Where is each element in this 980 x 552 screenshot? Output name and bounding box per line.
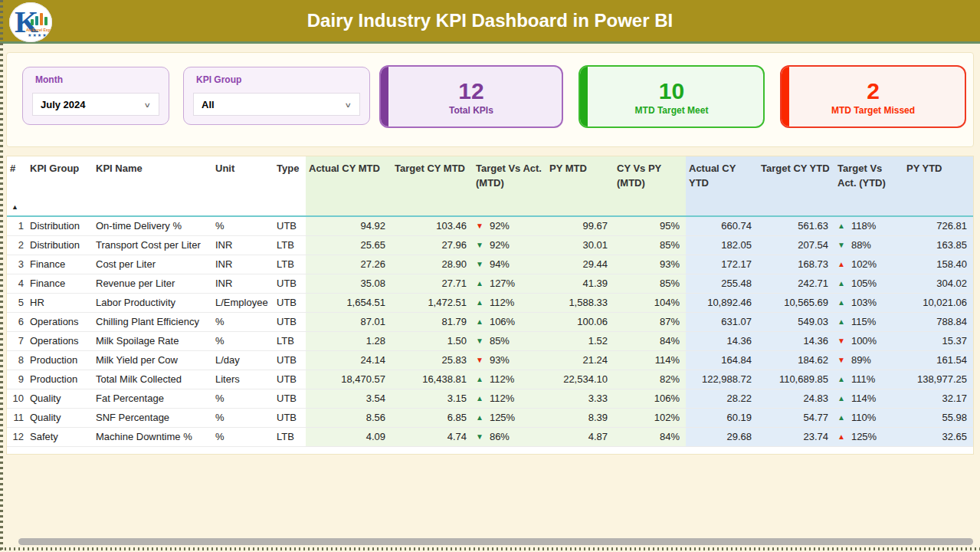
indicator-value: 94% bbox=[490, 258, 510, 270]
cell-unit: % bbox=[212, 331, 274, 350]
cell-py-ytd: 788.84 bbox=[903, 312, 973, 331]
cell-type: UTB bbox=[274, 312, 306, 331]
indicator-value: 105% bbox=[851, 278, 877, 289]
col-header-kpi-name[interactable]: KPI Name bbox=[93, 156, 212, 216]
cell-kpi-group: Distribution bbox=[27, 216, 93, 235]
col-header-py-ytd[interactable]: PY YTD bbox=[903, 156, 973, 216]
col-header-target-cy-mtd[interactable]: Target CY MTD bbox=[392, 156, 473, 216]
cell-cy-vs-py-mtd: 85% bbox=[614, 274, 686, 293]
triangle-up-icon: ▲ bbox=[476, 318, 483, 326]
cell-target-cy-ytd: 549.03 bbox=[758, 312, 834, 331]
cell-py-mtd: 1.52 bbox=[546, 331, 614, 350]
cell-unit: INR bbox=[212, 235, 274, 255]
cell-kpi-name: SNF Percentage bbox=[93, 408, 212, 427]
table-row[interactable]: 8ProductionMilk Yield per CowL/dayUTB24.… bbox=[7, 350, 973, 370]
cell-actual-cy-mtd: 8.56 bbox=[306, 408, 392, 427]
cell-unit: L/day bbox=[212, 350, 274, 370]
table-row[interactable]: 1DistributionOn-time Delivery %%UTB94.92… bbox=[7, 216, 973, 235]
table-row[interactable]: 7OperationsMilk Spoilage Rate%LTB1.281.5… bbox=[7, 331, 973, 350]
cell-target-vs-act-ytd: ▲111% bbox=[834, 370, 903, 389]
indicator-value: 88% bbox=[851, 239, 871, 251]
cell-target-cy-mtd: 3.15 bbox=[392, 389, 473, 408]
col-header-actual-cy-mtd[interactable]: Actual CY MTD bbox=[306, 156, 392, 216]
col-header-target-cy-ytd[interactable]: Target CY YTD bbox=[758, 156, 834, 216]
cell-kpi-group: Safety bbox=[27, 427, 93, 446]
col-header-type[interactable]: Type bbox=[274, 156, 306, 216]
indicator-value: 93% bbox=[490, 354, 510, 366]
chevron-down-icon: ∨ bbox=[143, 100, 151, 109]
col-header-actual-cy-ytd[interactable]: Actual CY YTD bbox=[686, 156, 758, 216]
cell-target-cy-ytd: 207.54 bbox=[758, 235, 834, 255]
cell-unit: % bbox=[212, 408, 274, 427]
table-row[interactable]: 10QualityFat Percentage%UTB3.543.15▲112%… bbox=[7, 389, 973, 408]
col-header-py-mtd[interactable]: PY MTD bbox=[546, 156, 614, 216]
cell-py-mtd: 8.39 bbox=[546, 408, 614, 427]
cell-kpi-group: Production bbox=[27, 350, 93, 370]
cell-target-vs-act-mtd: ▲127% bbox=[473, 274, 546, 293]
table-row[interactable]: 9ProductionTotal Milk CollectedLitersUTB… bbox=[7, 370, 973, 389]
table-row[interactable]: 5HRLabor ProductivityL/EmployeeUTB1,654.… bbox=[7, 293, 973, 312]
month-slicer-label: Month bbox=[35, 74, 169, 85]
cell-py-ytd: 32.65 bbox=[903, 427, 973, 446]
cell-type: LTB bbox=[274, 427, 306, 446]
cell-target-cy-mtd: 1.50 bbox=[392, 331, 473, 350]
cell-num: 2 bbox=[7, 235, 27, 255]
cell-target-vs-act-ytd: ▲105% bbox=[834, 274, 903, 293]
table-row[interactable]: 2DistributionTransport Cost per LiterINR… bbox=[7, 235, 973, 255]
cell-actual-cy-ytd: 164.84 bbox=[686, 350, 758, 370]
table-row[interactable]: 3FinanceCost per LiterINRLTB27.2628.90▼9… bbox=[7, 255, 973, 274]
cell-cy-vs-py-mtd: 102% bbox=[614, 408, 686, 427]
cell-target-vs-act-ytd: ▲118% bbox=[834, 216, 903, 235]
col-header-target-vs-act-mtd[interactable]: Target Vs Act. (MTD) bbox=[473, 156, 546, 216]
cell-target-cy-ytd: 14.36 bbox=[758, 331, 834, 350]
cell-cy-vs-py-mtd: 84% bbox=[614, 427, 686, 446]
cell-type: UTB bbox=[274, 274, 306, 293]
cell-kpi-group: Operations bbox=[27, 312, 93, 331]
cell-target-cy-ytd: 184.62 bbox=[758, 350, 834, 370]
cell-py-mtd: 3.33 bbox=[546, 389, 614, 408]
mtd-target-meet-value: 10 bbox=[659, 78, 684, 104]
cell-kpi-name: Fat Percentage bbox=[93, 389, 212, 408]
total-kpis-card: 12 Total KPIs bbox=[379, 65, 563, 128]
cell-actual-cy-ytd: 172.17 bbox=[686, 255, 758, 274]
horizontal-scrollbar[interactable] bbox=[18, 538, 973, 545]
cell-cy-vs-py-mtd: 106% bbox=[614, 389, 686, 408]
cell-cy-vs-py-mtd: 93% bbox=[614, 255, 686, 274]
col-header-target-vs-act-ytd[interactable]: Target Vs Act. (YTD) bbox=[834, 156, 903, 216]
triangle-down-icon: ▼ bbox=[476, 242, 483, 249]
col-header-unit[interactable]: Unit bbox=[212, 156, 274, 216]
cell-kpi-name: Chilling Plant Efficiency bbox=[93, 312, 212, 331]
col-header-kpi-group[interactable]: KPI Group bbox=[27, 156, 93, 216]
cell-target-cy-mtd: 27.96 bbox=[392, 235, 473, 255]
cell-py-ytd: 161.54 bbox=[903, 350, 973, 370]
cell-type: LTB bbox=[274, 235, 306, 255]
table-row[interactable]: 4FinanceRevenue per LiterINRUTB35.0827.7… bbox=[7, 274, 973, 293]
mtd-target-meet-card: 10 MTD Target Meet bbox=[578, 65, 765, 128]
indicator-value: 112% bbox=[490, 297, 514, 308]
month-dropdown[interactable]: July 2024 ∨ bbox=[32, 93, 159, 116]
cell-py-ytd: 32.17 bbox=[903, 389, 973, 408]
indicator-value: 112% bbox=[490, 393, 514, 404]
kpi-table: #▲ KPI Group KPI Name Unit Type Actual C… bbox=[6, 156, 974, 455]
col-header-cy-vs-py-mtd[interactable]: CY Vs PY (MTD) bbox=[614, 156, 686, 216]
kpi-group-dropdown[interactable]: All ∨ bbox=[193, 93, 360, 116]
triangle-up-icon: ▲ bbox=[476, 376, 483, 383]
cell-py-ytd: 304.02 bbox=[903, 274, 973, 293]
triangle-up-icon: ▲ bbox=[476, 414, 483, 422]
logo-stars: ★★★★★ bbox=[28, 32, 52, 38]
cell-target-vs-act-mtd: ▼93% bbox=[473, 350, 546, 370]
table-row[interactable]: 6OperationsChilling Plant Efficiency%UTB… bbox=[7, 312, 973, 331]
col-header-num[interactable]: #▲ bbox=[7, 156, 27, 216]
table-row[interactable]: 11QualitySNF Percentage%UTB8.566.85▲125%… bbox=[7, 408, 973, 427]
table-row[interactable]: 12SafetyMachine Downtime %%LTB4.094.74▼8… bbox=[7, 427, 973, 446]
cell-target-cy-mtd: 4.74 bbox=[392, 427, 473, 446]
cell-py-ytd: 10,021.06 bbox=[903, 293, 973, 312]
cell-kpi-group: Quality bbox=[27, 389, 93, 408]
indicator-value: 89% bbox=[851, 354, 871, 366]
sort-ascending-icon[interactable]: ▲ bbox=[11, 202, 18, 212]
table-header-row: #▲ KPI Group KPI Name Unit Type Actual C… bbox=[7, 156, 973, 216]
indicator-value: 114% bbox=[851, 393, 876, 404]
cell-target-vs-act-ytd: ▲102% bbox=[834, 255, 903, 274]
indicator-value: 127% bbox=[490, 278, 515, 289]
cell-target-cy-mtd: 1,472.51 bbox=[392, 293, 473, 312]
